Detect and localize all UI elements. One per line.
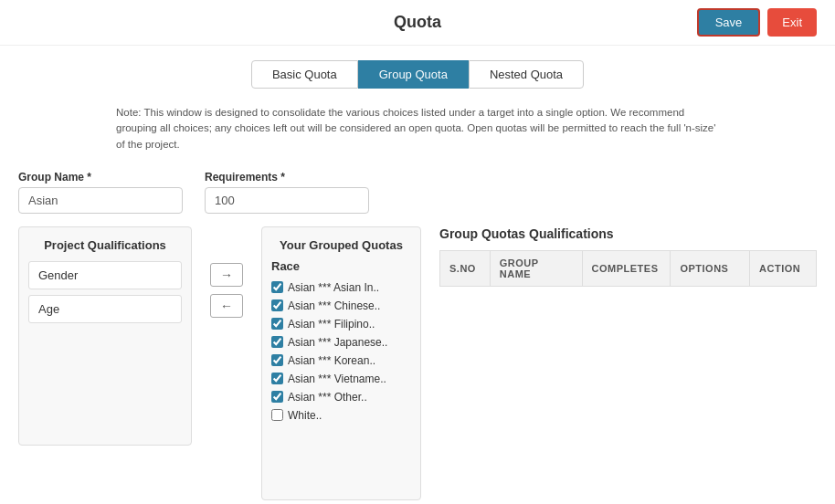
list-item: Asian *** Filipino.. [271, 315, 411, 333]
col-header-completes: COMPLETES [582, 250, 671, 286]
group-quotas-qual-title: Group Quotas Qualifications [439, 226, 817, 241]
group-name-input[interactable] [18, 187, 183, 214]
quota-checkbox-2[interactable] [271, 318, 283, 330]
quota-checkbox-3[interactable] [271, 336, 283, 348]
arrow-left-button[interactable]: ← [210, 294, 243, 318]
col-header-group-name: GROUP NAME [490, 250, 582, 286]
requirements-input[interactable] [205, 187, 369, 214]
list-item: Asian *** Asian In.. [271, 278, 411, 297]
main-content: Group Name * Requirements * Project Qual… [0, 162, 835, 504]
quota-table: S.NO GROUP NAME COMPLETES OPTIONS ACTION [439, 250, 817, 287]
tab-nested-quota[interactable]: Nested Quota [469, 60, 584, 89]
list-item: White.. [271, 406, 411, 425]
quota-checkbox-6[interactable] [271, 391, 283, 403]
top-bar: Quota Save Exit [0, 0, 835, 46]
grouped-quotas-box: Your Grouped Quotas Race Asian *** Asian… [261, 226, 421, 500]
arrow-right-button[interactable]: → [210, 263, 243, 287]
list-item: Asian *** Other.. [271, 388, 411, 406]
quota-checkbox-0[interactable] [271, 281, 283, 293]
exit-button[interactable]: Exit [767, 8, 817, 37]
qual-item-age[interactable]: Age [28, 295, 182, 323]
quota-label-3: Asian *** Japanese.. [288, 336, 387, 349]
form-row: Group Name * Requirements * [18, 171, 817, 214]
note-text: Note: This window is designed to consoli… [116, 107, 715, 150]
list-item: Asian *** Korean.. [271, 352, 411, 370]
quota-checkbox-1[interactable] [271, 299, 283, 311]
quota-label-1: Asian *** Chinese.. [288, 299, 380, 312]
col-header-sno: S.NO [440, 250, 491, 286]
quota-label-5: Asian *** Vietname.. [288, 373, 386, 385]
requirements-label: Requirements * [205, 171, 369, 184]
list-item: Asian *** Chinese.. [271, 297, 411, 315]
tab-group-quota[interactable]: Group Quota [358, 60, 469, 89]
project-qualifications-box: Project Qualifications Gender Age [18, 226, 192, 446]
project-qual-title: Project Qualifications [28, 238, 182, 252]
requirements-field: Requirements * [205, 171, 369, 214]
grouped-quotas-title: Your Grouped Quotas [271, 238, 411, 252]
top-buttons: Save Exit [697, 8, 817, 37]
quota-label-6: Asian *** Other.. [288, 391, 367, 404]
arrow-col: → ← [210, 226, 243, 318]
tab-basic-quota[interactable]: Basic Quota [251, 60, 358, 89]
quota-checkbox-5[interactable] [271, 373, 283, 384]
group-name-label: Group Name * [18, 171, 183, 184]
list-item: Asian *** Vietname.. [271, 370, 411, 388]
group-name-field: Group Name * [18, 171, 183, 214]
quota-label-0: Asian *** Asian In.. [288, 281, 379, 294]
list-item: Asian *** Japanese.. [271, 333, 411, 352]
quota-checkbox-7[interactable] [271, 409, 283, 421]
col-header-options: OPTIONS [671, 250, 750, 286]
tabs-row: Basic Quota Group Quota Nested Quota [0, 46, 835, 98]
note-bar: Note: This window is designed to consoli… [98, 98, 737, 162]
qual-item-gender[interactable]: Gender [28, 261, 182, 289]
col-header-action: ACTION [750, 250, 817, 286]
quota-category: Race [271, 259, 411, 273]
save-button[interactable]: Save [697, 8, 761, 37]
quota-label-2: Asian *** Filipino.. [288, 318, 375, 331]
right-section: Group Quotas Qualifications S.NO GROUP N… [439, 226, 817, 287]
quota-label-4: Asian *** Korean.. [288, 354, 375, 367]
quota-checkbox-4[interactable] [271, 354, 283, 366]
quota-label-7: White.. [288, 409, 322, 422]
page-title: Quota [394, 13, 441, 32]
lower-section: Project Qualifications Gender Age → ← Yo… [18, 226, 817, 500]
